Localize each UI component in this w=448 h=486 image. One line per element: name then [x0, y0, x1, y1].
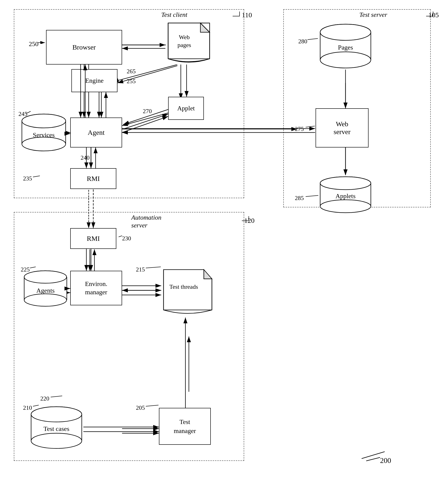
agent-ref: 240	[81, 154, 90, 161]
svg-point-58	[24, 271, 67, 283]
svg-line-52	[119, 236, 122, 237]
svg-line-71	[146, 405, 159, 406]
svg-line-51	[306, 195, 318, 197]
svg-point-68	[31, 433, 82, 448]
test-cases-ref: 210	[23, 405, 32, 411]
agents-cylinder: Agents	[23, 270, 68, 308]
web-server-ref: 275	[295, 126, 304, 132]
rmi-auto-box: RMI	[70, 228, 116, 249]
web-server-box: Webserver	[316, 108, 368, 147]
svg-point-41	[320, 52, 371, 68]
svg-point-57	[24, 294, 67, 306]
automation-server-label2: server	[131, 222, 147, 229]
svg-point-69	[31, 407, 82, 422]
ref-120-arrow	[240, 214, 258, 223]
svg-line-70	[33, 405, 39, 406]
svg-line-72	[51, 396, 62, 397]
test-threads-box: Test threads	[161, 267, 214, 317]
svg-line-35	[26, 111, 31, 113]
svg-point-42	[320, 24, 371, 40]
agent-box: Agent	[70, 118, 122, 147]
svg-line-63	[146, 267, 161, 268]
svg-line-73	[362, 452, 385, 459]
ref-255: 255	[127, 78, 136, 85]
ref-265: 265	[127, 68, 136, 75]
svg-point-50	[320, 177, 371, 190]
test-cases-cylinder: Test cases	[30, 405, 83, 449]
browser-box: Browser	[46, 30, 122, 65]
automation-server-label: Automation	[131, 214, 161, 221]
test-manager-ref: 205	[136, 405, 145, 411]
agents-ref: 225	[21, 266, 30, 273]
applet-client-box: Applet	[168, 97, 204, 120]
test-server-label: Test server	[359, 11, 387, 18]
applets-server-cylinder: Applets	[319, 175, 372, 214]
test-manager-box: Testmanager	[159, 408, 211, 445]
test-threads-ref: 215	[136, 266, 145, 273]
engine-box: Engine	[72, 69, 118, 92]
svg-line-44	[306, 126, 315, 127]
web-pages-box: Webpages	[166, 21, 212, 65]
ref-220: 220	[40, 395, 49, 402]
rmi-auto-ref: 230	[122, 235, 131, 242]
applet-client-ref: 270	[143, 108, 152, 115]
svg-point-33	[22, 137, 66, 151]
test-client-label: Test client	[161, 11, 187, 18]
svg-point-34	[22, 114, 66, 128]
diagram: Test client 110 Test server 105 Automati…	[0, 0, 448, 486]
rmi-client-box: RMI	[70, 168, 116, 189]
applets-server-ref: 285	[295, 195, 304, 202]
ref-105-arrow	[424, 9, 442, 18]
rmi-client-ref: 235	[23, 175, 32, 182]
svg-line-36	[33, 176, 40, 177]
environ-manager-box: Environ.manager	[70, 271, 122, 305]
svg-line-43	[307, 39, 318, 40]
svg-point-49	[320, 200, 371, 213]
services-cylinder: Services	[21, 113, 67, 152]
svg-line-59	[30, 267, 36, 268]
ref-110-arrow	[230, 9, 249, 18]
pages-server-cylinder: Pages	[319, 23, 372, 69]
pages-server-ref: 280	[298, 38, 307, 45]
